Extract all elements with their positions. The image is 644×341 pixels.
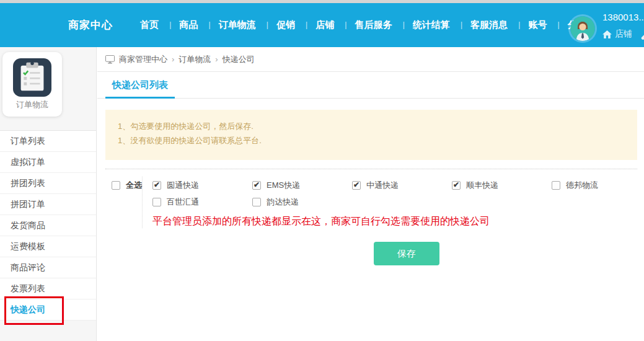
admin-red-annotation: 平台管理员添加的所有快递都显示在这，商家可自行勾选需要使用的快递公司: [152, 215, 644, 228]
home-icon: [602, 30, 612, 38]
nav-item-after-sales[interactable]: 售后服务: [337, 19, 392, 30]
courier-label-zto: 中通快递: [366, 180, 399, 191]
avatar-person-icon: [570, 16, 595, 41]
user-info: 1380013.. 店铺: [602, 11, 644, 40]
courier-item-zto[interactable]: 中通快递: [352, 177, 452, 193]
courier-label-deppon: 德邦物流: [566, 180, 598, 191]
select-all-column: 全选: [105, 177, 142, 228]
user-block: 1380013.. 店铺: [570, 11, 644, 41]
shop-link[interactable]: 店铺: [615, 29, 632, 40]
sidebar-item-groupbuy-orders[interactable]: 拼团订单: [0, 194, 96, 215]
nav-item-customer-service[interactable]: 客服消息: [452, 19, 508, 30]
sidebar-item-groupbuy-list[interactable]: 拼团列表: [0, 173, 96, 194]
nav-item-products[interactable]: 商品: [161, 19, 198, 30]
nav-item-promotion[interactable]: 促销: [258, 19, 295, 30]
user-id: 1380013..: [602, 11, 644, 24]
breadcrumb-item-courier-company: 快递公司: [223, 47, 255, 71]
monitor-icon: [105, 55, 115, 64]
wrench-icon[interactable]: [638, 28, 644, 40]
courier-checkbox-zto[interactable]: [352, 181, 361, 190]
sidebar: 订单物流 订单列表 虚拟订单 拼团列表 拼团订单 发货商品 运费模板 商品评论 …: [0, 47, 97, 341]
courier-checkbox-yto[interactable]: [152, 181, 161, 190]
module-label: 订单物流: [2, 99, 62, 110]
top-nav: 首页 商品 订单物流 促销 店铺 售后服务 统计结算 客服消息 账号 分销: [140, 19, 586, 31]
nav-item-account[interactable]: 账号: [510, 19, 547, 30]
courier-item-ems[interactable]: EMS快递: [252, 177, 352, 193]
brand-title: 商家中心: [68, 18, 113, 32]
courier-label-best: 百世汇通: [167, 197, 199, 208]
clipboard-checklist-icon: [13, 58, 51, 97]
module-card: 订单物流: [2, 52, 62, 117]
courier-item-deppon[interactable]: 德邦物流: [552, 177, 644, 193]
breadcrumb-item-order-logistics[interactable]: 订单物流: [179, 47, 222, 71]
courier-item-yto[interactable]: 圆通快递: [152, 177, 252, 193]
notice-line-1: 1、勾选要使用的快递公司，然后保存.: [118, 119, 625, 133]
breadcrumb: 商家管理中心 订单物流 快递公司: [97, 47, 644, 72]
sidebar-item-virtual-orders[interactable]: 虚拟订单: [0, 152, 96, 173]
select-all-checkbox[interactable]: [112, 181, 120, 190]
courier-checkbox-deppon[interactable]: [552, 181, 560, 190]
shop-row: 店铺: [602, 28, 644, 40]
sidebar-item-order-list[interactable]: 订单列表: [0, 131, 96, 152]
sidebar-item-freight-template[interactable]: 运费模板: [0, 236, 96, 257]
breadcrumb-item-merchant-center[interactable]: 商家管理中心: [119, 47, 179, 71]
nav-item-home[interactable]: 首页: [140, 19, 159, 30]
sidebar-item-product-reviews[interactable]: 商品评论: [0, 257, 96, 278]
courier-label-yunda: 韵达快递: [267, 197, 299, 208]
courier-label-sf: 顺丰快递: [466, 180, 498, 191]
courier-label-ems: EMS快递: [267, 180, 300, 191]
sidebar-item-shipped-goods[interactable]: 发货商品: [0, 215, 96, 236]
notice-box: 1、勾选要使用的快递公司，然后保存. 1、没有欲使用的快递公司请联系总平台.: [105, 110, 637, 160]
courier-grid: 圆通快递 EMS快递 中通快递 顺丰快递 德邦物流: [152, 177, 644, 210]
main-content: 商家管理中心 订单物流 快递公司 快递公司列表 1、勾选要使用的快递公司，然后保…: [97, 47, 644, 341]
sidebar-item-invoice-list[interactable]: 发票列表: [0, 278, 96, 299]
nav-item-shop[interactable]: 店铺: [298, 19, 334, 30]
tab-courier-company-list[interactable]: 快递公司列表: [105, 79, 175, 99]
courier-item-sf[interactable]: 顺丰快递: [452, 177, 552, 193]
notice-line-2: 1、没有欲使用的快递公司请联系总平台.: [118, 133, 625, 148]
courier-checkbox-yunda[interactable]: [252, 198, 261, 206]
select-all-label: 全选: [126, 180, 142, 191]
select-all-item[interactable]: 全选: [112, 177, 142, 193]
courier-checkbox-sf[interactable]: [452, 181, 461, 190]
side-menu: 订单列表 虚拟订单 拼团列表 拼团订单 发货商品 运费模板 商品评论 发票列表 …: [0, 130, 96, 321]
courier-section: 全选 圆通快递 EMS快递 中通快递 顺丰快递: [105, 169, 637, 228]
courier-checkbox-best[interactable]: [152, 198, 161, 206]
nav-item-order-logistics[interactable]: 订单物流: [200, 19, 255, 30]
courier-item-best[interactable]: 百世汇通: [152, 193, 252, 210]
save-button[interactable]: 保存: [374, 242, 439, 265]
avatar[interactable]: [570, 16, 595, 41]
courier-item-yunda[interactable]: 韵达快递: [252, 193, 352, 210]
topbar: 商家中心 首页 商品 订单物流 促销 店铺 售后服务 统计结算 客服消息 账号 …: [0, 3, 644, 47]
sidebar-item-courier-company[interactable]: 快递公司: [0, 299, 96, 321]
nav-item-statistics[interactable]: 统计结算: [395, 19, 450, 30]
courier-label-yto: 圆通快递: [167, 180, 199, 191]
courier-checkbox-ems[interactable]: [252, 181, 261, 190]
tab-row: 快递公司列表: [97, 81, 644, 99]
courier-list-column: 圆通快递 EMS快递 中通快递 顺丰快递 德邦物流: [142, 177, 644, 228]
